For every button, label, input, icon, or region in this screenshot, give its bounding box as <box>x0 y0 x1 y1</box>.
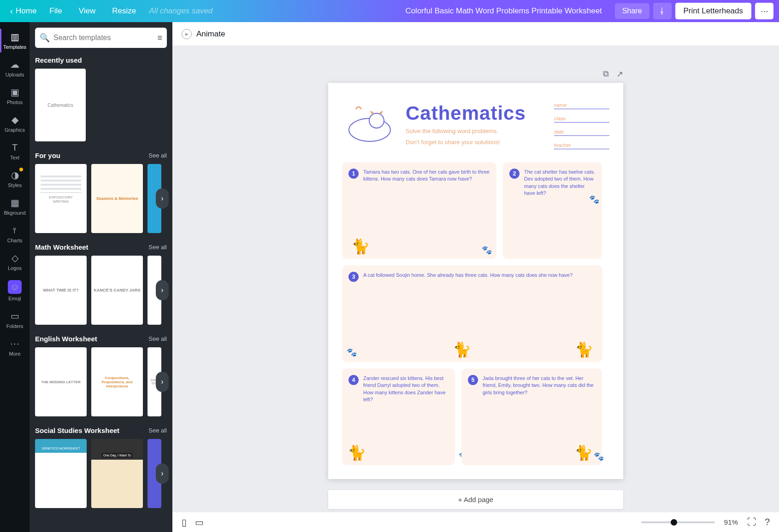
see-all-math[interactable]: See all <box>148 244 167 251</box>
share-button[interactable]: Share <box>615 3 649 19</box>
problem-number: 4 <box>348 375 359 385</box>
help-icon[interactable]: ? <box>765 517 770 527</box>
rail-photos[interactable]: ▣Photos <box>0 82 30 110</box>
styles-badge-dot <box>19 168 23 171</box>
chevron-left-icon: ‹ <box>10 6 13 16</box>
template-thumb[interactable]: Conjunctions, Prepositions, and Interjec… <box>91 347 143 416</box>
rail-graphics[interactable]: ◆Graphics <box>0 110 30 137</box>
background-icon: ▦ <box>9 197 20 208</box>
rail-emoji[interactable]: ☺Emoji <box>0 275 30 306</box>
menu-file[interactable]: File <box>41 5 70 18</box>
problem-text: Zander rescued six kittens. His best fri… <box>363 375 449 459</box>
zoom-slider[interactable] <box>641 521 715 523</box>
problem-card: 4 Zander rescued six kittens. His best f… <box>342 368 455 465</box>
notes-icon[interactable]: ▭ <box>195 517 204 528</box>
problem-text: The cat shelter has twelve cats. Dev ado… <box>524 169 596 252</box>
chevron-right-icon: › <box>161 469 163 478</box>
rail-styles[interactable]: ◑Styles <box>0 165 30 193</box>
cat-decoration-icon: 🐈 <box>351 238 370 255</box>
carousel-next-button[interactable]: › <box>156 280 169 300</box>
carousel-next-button[interactable]: › <box>156 372 169 392</box>
template-thumb[interactable]: WHAT TIME IS IT? <box>35 256 87 325</box>
canvas-area: ▶ Animate ⧉ ↗ Cathematics Solve the foll… <box>172 22 779 532</box>
fullscreen-icon[interactable]: ⛶ <box>747 517 756 527</box>
menu-view[interactable]: View <box>71 5 104 18</box>
problem-card: 2 The cat shelter has twelve cats. Dev a… <box>503 162 602 259</box>
problem-number: 1 <box>348 169 359 179</box>
page-actions: ⧉ ↗ <box>328 69 623 79</box>
print-letterheads-button[interactable]: Print Letterheads <box>675 3 751 19</box>
search-bar: 🔍 ≡ <box>35 28 167 48</box>
graphics-icon: ◆ <box>9 114 20 125</box>
page-count-icon[interactable]: ▯ <box>182 517 187 528</box>
rail-text[interactable]: TText <box>0 137 30 165</box>
rail-background[interactable]: ▦Bkground <box>0 193 30 220</box>
saved-status: All changes saved <box>144 6 212 16</box>
rail-uploads[interactable]: ☁Uploads <box>0 54 30 82</box>
see-all-english[interactable]: See all <box>148 335 167 342</box>
worksheet-subtitle-1: Solve the following word problems. <box>406 127 546 135</box>
chevron-right-icon: › <box>161 378 163 386</box>
document-title[interactable]: Colorful Basic Math Word Problems Printa… <box>405 6 611 16</box>
home-button[interactable]: ‹ Home <box>6 5 41 18</box>
download-button[interactable]: ⭳ <box>653 3 672 19</box>
section-foryou-title: For you <box>35 152 60 159</box>
statusbar: ▯ ▭ 91% ⛶ ? <box>172 512 779 532</box>
problem-number: 3 <box>348 272 359 282</box>
problem-number: 2 <box>509 169 519 179</box>
svg-point-1 <box>369 113 384 128</box>
paw-icon: 🐾 <box>482 245 492 255</box>
photos-icon: ▣ <box>9 87 20 98</box>
chevron-right-icon: › <box>161 286 163 294</box>
search-icon: 🔍 <box>40 33 50 43</box>
more-menu-button[interactable]: ⋯ <box>755 3 773 19</box>
templates-panel: 🔍 ≡ Recently used Cathematics For youSee… <box>30 22 172 532</box>
menu-resize[interactable]: Resize <box>104 5 144 18</box>
add-page-button[interactable]: + Add page <box>328 490 623 509</box>
template-thumb[interactable]: GENETICS WORKSHEET <box>35 439 87 508</box>
zoom-level[interactable]: 91% <box>724 518 738 526</box>
search-input[interactable] <box>50 34 157 42</box>
field-name: name <box>554 102 609 109</box>
emoji-icon: ☺ <box>8 280 22 294</box>
zoom-slider-knob[interactable] <box>671 519 677 526</box>
paw-icon: 🐾 <box>589 194 599 205</box>
carousel-next-button[interactable]: › <box>156 463 169 484</box>
side-rail: ▥Templates ☁Uploads ▣Photos ◆Graphics TT… <box>0 22 30 532</box>
info-fields: name class date teacher <box>554 102 609 149</box>
paw-icon: 🐾 <box>347 347 357 357</box>
section-english-title: English Worksheet <box>35 335 97 343</box>
rail-charts[interactable]: ⫯Charts <box>0 220 30 248</box>
uploads-icon: ☁ <box>9 59 20 70</box>
rail-more[interactable]: ⋯More <box>0 333 30 361</box>
animate-icon: ▶ <box>182 29 192 39</box>
rail-templates[interactable]: ▥Templates <box>0 27 30 54</box>
problem-card: 5 Jada brought three of her cats to the … <box>461 368 602 465</box>
rail-folders[interactable]: ▭Folders <box>0 306 30 333</box>
worksheet-page[interactable]: Cathematics Solve the following word pro… <box>328 83 623 479</box>
cat-decoration-icon: 🐈 <box>575 341 593 358</box>
animate-button[interactable]: Animate <box>196 29 225 39</box>
problem-text: Tamara has two cats. One of her cats gav… <box>363 169 490 252</box>
template-thumb[interactable]: Seasons & Memories <box>91 164 143 233</box>
carousel-next-button[interactable]: › <box>156 188 169 209</box>
rail-logos[interactable]: ◇Logos <box>0 248 30 275</box>
template-thumb[interactable]: THE MISSING LETTER <box>35 347 87 416</box>
cat-illustration <box>342 102 397 144</box>
chevron-right-icon: › <box>161 194 163 203</box>
template-thumb[interactable]: EXPOSITORY WRITING <box>35 164 87 233</box>
cat-decoration-icon: 🐈 <box>453 341 471 358</box>
share-page-icon[interactable]: ↗ <box>616 69 623 79</box>
template-thumb[interactable]: Cathematics <box>35 69 86 141</box>
menubar: ‹ Home File View Resize All changes save… <box>0 0 779 22</box>
more-icon: ⋯ <box>761 6 768 16</box>
see-all-social[interactable]: See all <box>148 427 167 434</box>
duplicate-page-icon[interactable]: ⧉ <box>603 69 609 79</box>
template-thumb[interactable]: One Day, I Want To <box>91 439 143 508</box>
canvas-scroll[interactable]: ⧉ ↗ Cathematics Solve the following word… <box>172 46 779 512</box>
problem-number: 5 <box>468 375 478 385</box>
filter-icon[interactable]: ≡ <box>157 33 162 43</box>
paw-icon: 🐾 <box>594 451 604 462</box>
template-thumb[interactable]: KANCE'S CANDY JARS <box>91 256 143 325</box>
see-all-foryou[interactable]: See all <box>148 152 167 159</box>
